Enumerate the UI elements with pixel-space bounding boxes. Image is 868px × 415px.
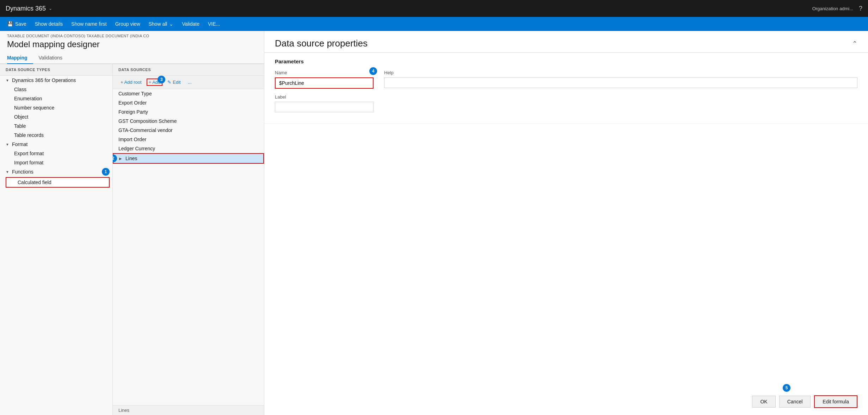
type-class[interactable]: Class xyxy=(3,85,112,94)
type-calculated-field[interactable]: Calculated field xyxy=(6,177,110,188)
source-foreign-party[interactable]: Foreign Party xyxy=(113,107,264,117)
panel-header: Data source properties ⌃ xyxy=(264,31,868,53)
top-navigation: Dynamics 365 ⌄ Organization admi... ? xyxy=(0,0,868,17)
label-label: Label xyxy=(275,94,374,100)
add-root-button[interactable]: + Add root xyxy=(118,78,144,86)
sources-list: Customer Type Export Order Foreign Party… xyxy=(113,89,264,405)
type-enumeration[interactable]: Enumeration xyxy=(3,94,112,103)
type-object[interactable]: Object xyxy=(3,112,112,121)
collapse-button[interactable]: ⌃ xyxy=(852,40,857,48)
help-label: Help xyxy=(384,70,857,75)
type-number-sequence[interactable]: Number sequence xyxy=(3,103,112,112)
left-panel: TAXABLE DOCUMENT (INDIA CONTOSO) TAXABLE… xyxy=(0,31,264,415)
name-help-row: Name 4 Help xyxy=(275,70,857,89)
page-title: Model mapping designer xyxy=(0,38,264,52)
edit-icon: ✎ xyxy=(167,80,171,85)
parameters-section-title: Parameters xyxy=(275,58,857,64)
source-import-order[interactable]: Import Order xyxy=(113,135,264,144)
source-gta[interactable]: GTA-Commercial vendor xyxy=(113,126,264,135)
dynamics365-children: Class Enumeration Number sequence Object… xyxy=(0,85,112,140)
chevron-down-icon[interactable]: ⌄ xyxy=(49,6,52,11)
source-gst[interactable]: GST Composition Scheme xyxy=(113,117,264,126)
label-input[interactable] xyxy=(275,102,374,112)
source-export-order[interactable]: Export Order xyxy=(113,98,264,107)
main-content: TAXABLE DOCUMENT (INDIA CONTOSO) TAXABLE… xyxy=(0,31,868,415)
help-input[interactable] xyxy=(384,77,857,88)
badge-4: 4 xyxy=(369,67,377,75)
functions-children: Calculated field xyxy=(0,177,112,188)
source-lines[interactable]: ▶ Lines 2 xyxy=(113,153,264,164)
tab-validations[interactable]: Validations xyxy=(39,52,68,64)
save-button[interactable]: 💾 Save xyxy=(3,17,31,31)
left-columns: Data Source Types ▼ Dynamics 365 for Ope… xyxy=(0,64,264,415)
panel-title: Data source properties xyxy=(275,38,368,49)
data-source-types-header: Data Source Types xyxy=(0,64,112,76)
badge-3: 3 xyxy=(158,76,165,83)
view-button[interactable]: VIE... xyxy=(204,17,224,31)
help-icon[interactable]: ? xyxy=(859,5,862,12)
breadcrumb: TAXABLE DOCUMENT (INDIA CONTOSO) TAXABLE… xyxy=(0,31,264,38)
expand-icon: ▼ xyxy=(6,78,10,82)
type-import-format[interactable]: Import format xyxy=(3,158,112,167)
name-label: Name xyxy=(275,70,374,75)
source-customer-type[interactable]: Customer Type xyxy=(113,89,264,98)
edit-formula-button[interactable]: Edit formula xyxy=(814,395,857,408)
spacer xyxy=(264,124,868,388)
type-export-format[interactable]: Export format xyxy=(3,149,112,158)
expand-icon: ▼ xyxy=(6,170,10,174)
badge-5: 5 xyxy=(783,384,790,392)
ok-button[interactable]: OK xyxy=(752,396,775,408)
save-icon: 💾 xyxy=(7,21,13,27)
validate-button[interactable]: Validate xyxy=(178,17,204,31)
show-name-first-button[interactable]: Show name first xyxy=(67,17,111,31)
add-button[interactable]: + Add 3 xyxy=(147,78,163,86)
action-bar: 💾 Save Show details Show name first Grou… xyxy=(0,17,868,31)
label-row: Label xyxy=(275,94,857,112)
source-ledger-currency[interactable]: Ledger Currency xyxy=(113,144,264,153)
name-input[interactable] xyxy=(275,77,374,89)
group-view-button[interactable]: Group view xyxy=(111,17,144,31)
badge-2: 2 xyxy=(113,155,117,162)
name-group: Name 4 xyxy=(275,70,374,89)
sources-footer: Lines xyxy=(113,405,264,415)
app-title: Dynamics 365 ⌄ xyxy=(6,5,52,12)
parameters-section: Parameters Name 4 Help Label xyxy=(264,53,868,124)
type-table[interactable]: Table xyxy=(3,121,112,131)
help-group: Help xyxy=(384,70,857,89)
show-details-button[interactable]: Show details xyxy=(31,17,67,31)
data-source-types-panel: Data Source Types ▼ Dynamics 365 for Ope… xyxy=(0,64,113,415)
group-functions[interactable]: ▼ Functions 1 xyxy=(0,167,112,176)
group-dynamics365[interactable]: ▼ Dynamics 365 for Operations xyxy=(0,76,112,85)
chevron-down-icon: ⌄ xyxy=(169,21,173,27)
app-name: Dynamics 365 xyxy=(6,5,46,12)
panel-footer: 5 OK Cancel Edit formula xyxy=(264,388,868,415)
badge-1: 1 xyxy=(102,168,110,176)
expand-icon: ▼ xyxy=(6,143,10,146)
edit-button[interactable]: ✎ Edit xyxy=(165,78,183,86)
more-button[interactable]: ... xyxy=(186,78,194,86)
org-name: Organization admi... xyxy=(812,6,853,11)
expand-icon: ▶ xyxy=(119,157,123,161)
data-sources-panel: Data Sources + Add root + Add 3 ✎ Edit .… xyxy=(113,64,264,415)
cancel-button[interactable]: Cancel xyxy=(779,396,811,408)
tab-mapping[interactable]: Mapping xyxy=(7,52,33,64)
format-children: Export format Import format xyxy=(0,149,112,167)
label-group: Label xyxy=(275,94,374,112)
group-format[interactable]: ▼ Format xyxy=(0,140,112,149)
type-table-records[interactable]: Table records xyxy=(3,131,112,140)
right-panel: Data source properties ⌃ Parameters Name… xyxy=(264,31,868,415)
data-sources-header: Data Sources xyxy=(113,64,264,76)
sources-toolbar: + Add root + Add 3 ✎ Edit ... xyxy=(113,76,264,89)
show-all-button[interactable]: Show all ⌄ xyxy=(144,17,178,31)
tabs: Mapping Validations xyxy=(0,52,264,64)
